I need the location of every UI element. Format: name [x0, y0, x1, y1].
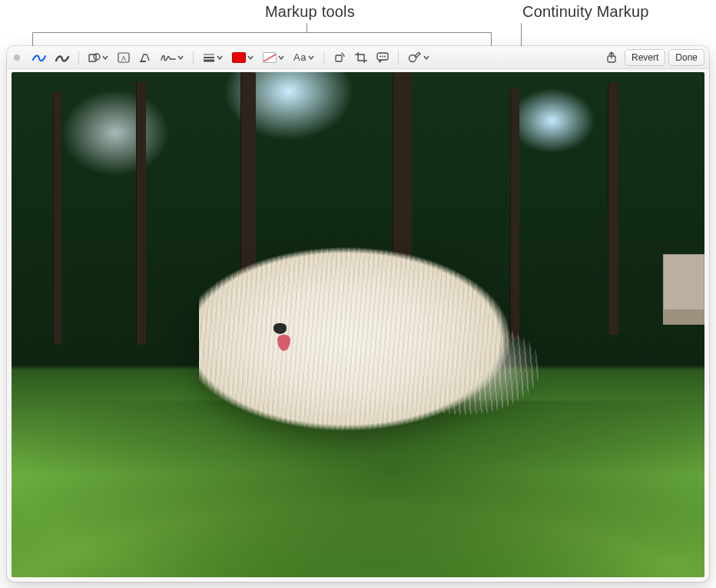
image-description-button[interactable] [372, 48, 393, 67]
chevron-down-icon [423, 55, 429, 61]
border-color-button[interactable] [227, 48, 258, 67]
share-icon [606, 51, 617, 64]
window-controls [14, 55, 20, 61]
no-fill-icon [263, 52, 277, 63]
quick-look-markup-window: A [7, 46, 709, 582]
image-canvas[interactable] [12, 72, 704, 577]
callout-continuity-markup: Continuity Markup [522, 3, 649, 21]
sketch-button[interactable] [28, 48, 51, 67]
photo-placeholder [12, 72, 704, 577]
separator [398, 51, 399, 64]
separator [78, 51, 79, 64]
markup-toolbar: A [7, 46, 709, 69]
shape-style-button[interactable] [198, 48, 227, 67]
done-button[interactable]: Done [668, 49, 704, 66]
fill-color-button[interactable] [258, 48, 289, 67]
chevron-down-icon [217, 55, 223, 61]
crop-button[interactable] [350, 48, 372, 67]
text-button[interactable]: A [113, 48, 134, 67]
separator [323, 51, 324, 64]
svg-point-11 [384, 55, 386, 57]
speech-bubble-icon [376, 52, 389, 63]
revert-button[interactable]: Revert [625, 49, 665, 66]
svg-point-1 [94, 54, 100, 60]
sign-button[interactable] [156, 48, 188, 67]
svg-rect-0 [89, 55, 96, 61]
shapes-icon [88, 52, 101, 63]
chevron-down-icon [177, 55, 184, 61]
shapes-button[interactable] [84, 48, 113, 67]
revert-label: Revert [631, 52, 658, 63]
draw-button[interactable] [51, 48, 74, 67]
highlight-icon [139, 52, 151, 63]
rotate-icon [333, 52, 346, 63]
callout-markup-tools: Markup tools [265, 3, 355, 21]
sketch-icon [32, 52, 46, 63]
text-style-button[interactable]: Aa [289, 48, 319, 67]
svg-point-10 [382, 55, 383, 57]
bracket-markup-tools [32, 32, 492, 33]
leader-markup-tools [307, 23, 307, 32]
svg-point-9 [380, 55, 381, 57]
chevron-down-icon [278, 55, 284, 61]
svg-text:A: A [121, 54, 126, 61]
done-label: Done [675, 52, 698, 63]
annotate-icon [408, 52, 422, 63]
crop-icon [355, 52, 367, 63]
chevron-down-icon [102, 55, 108, 61]
rotate-button[interactable] [329, 48, 350, 67]
zoom-to-fit-icon[interactable] [14, 55, 20, 61]
text-style-label: Aa [293, 51, 307, 63]
share-button[interactable] [602, 48, 622, 67]
line-weight-icon [203, 52, 215, 63]
signature-icon [161, 52, 176, 63]
color-swatch-icon [232, 52, 246, 63]
continuity-markup-button[interactable] [403, 48, 434, 67]
leader-continuity-markup [521, 23, 522, 48]
dog-subject [199, 239, 566, 461]
text-icon: A [118, 52, 130, 63]
separator [193, 51, 194, 64]
chevron-down-icon [247, 55, 254, 61]
chevron-down-icon [308, 55, 314, 61]
draw-icon [55, 52, 69, 63]
svg-rect-7 [336, 55, 342, 61]
highlight-button[interactable] [134, 48, 156, 67]
